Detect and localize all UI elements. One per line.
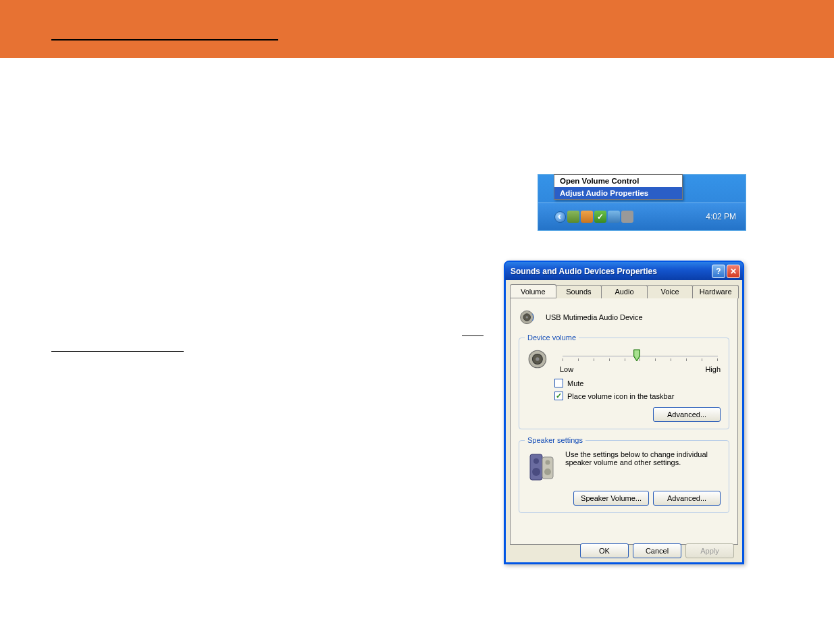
tray-icon-volume[interactable] (621, 211, 633, 223)
tray-icon-checkbox[interactable] (554, 392, 563, 400)
tray-icon-2[interactable] (581, 211, 593, 223)
taskbar-clock[interactable]: 4:02 PM (706, 212, 736, 221)
apply-button[interactable]: Apply (685, 543, 734, 558)
svg-point-7 (533, 458, 539, 464)
speaker-settings-group: Speaker settings Use the settings below … (519, 440, 729, 513)
speaker-volume-button[interactable]: Speaker Volume... (573, 491, 649, 506)
speaker-icon (519, 308, 538, 327)
tray-icon-4[interactable] (608, 211, 620, 223)
svg-point-5 (536, 357, 539, 360)
taskbar: 4:02 PM (538, 203, 746, 230)
tab-sounds[interactable]: Sounds (556, 285, 602, 298)
speaker-settings-legend: Speaker settings (525, 436, 585, 444)
dialog-titlebar[interactable]: Sounds and Audio Devices Properties ? ✕ (505, 262, 743, 280)
svg-point-10 (546, 460, 550, 465)
sounds-audio-dialog: Sounds and Audio Devices Properties ? ✕ … (504, 261, 744, 564)
tray-icon-label: Place volume icon in the taskbar (567, 392, 674, 400)
speaker-settings-text: Use the settings below to change individ… (565, 450, 721, 466)
mid-underline (462, 336, 484, 336)
dialog-tabs: Volume Sounds Audio Voice Hardware (510, 284, 738, 298)
page-header (0, 0, 834, 58)
tab-volume[interactable]: Volume (510, 284, 556, 298)
svg-rect-6 (530, 454, 542, 480)
system-tray (554, 211, 633, 223)
volume-context-menu: Open Volume Control Adjust Audio Propert… (554, 174, 683, 200)
mute-checkbox[interactable] (554, 379, 563, 387)
volume-low-label: Low (560, 365, 573, 373)
header-underline (51, 39, 278, 41)
device-volume-legend: Device volume (525, 333, 579, 342)
device-volume-advanced-button[interactable]: Advanced... (653, 407, 721, 422)
svg-point-11 (544, 468, 551, 475)
menu-item-open-volume-control[interactable]: Open Volume Control (554, 175, 682, 187)
menu-item-adjust-audio-properties[interactable]: Adjust Audio Properties (554, 187, 682, 199)
desktop-speakers-icon (527, 450, 557, 484)
device-name: USB Mutimedia Audio Device (546, 313, 643, 321)
tray-icon-shield[interactable] (594, 211, 606, 223)
tray-icon-1[interactable] (567, 211, 579, 223)
volume-slider[interactable] (563, 350, 718, 364)
help-button[interactable]: ? (712, 265, 725, 278)
cancel-button[interactable]: Cancel (633, 543, 681, 558)
volume-speaker-icon (527, 348, 550, 371)
tray-expand-icon[interactable] (554, 211, 566, 223)
dialog-buttons: OK Cancel Apply (506, 543, 742, 558)
speaker-advanced-button[interactable]: Advanced... (653, 491, 721, 506)
tab-body: USB Mutimedia Audio Device Device volume (510, 298, 738, 545)
tab-voice[interactable]: Voice (647, 285, 694, 298)
svg-point-2 (526, 316, 529, 319)
tab-hardware[interactable]: Hardware (692, 285, 739, 298)
left-underline (51, 351, 184, 352)
device-volume-group: Device volume (519, 338, 729, 429)
volume-slider-thumb[interactable] (633, 349, 641, 362)
ok-button[interactable]: OK (580, 543, 629, 558)
tab-audio[interactable]: Audio (601, 285, 648, 298)
close-button[interactable]: ✕ (727, 265, 740, 278)
svg-point-8 (532, 468, 540, 476)
volume-high-label: High (705, 365, 721, 373)
mute-label: Mute (567, 379, 583, 387)
dialog-title: Sounds and Audio Devices Properties (511, 267, 712, 276)
device-row: USB Mutimedia Audio Device (519, 308, 729, 327)
